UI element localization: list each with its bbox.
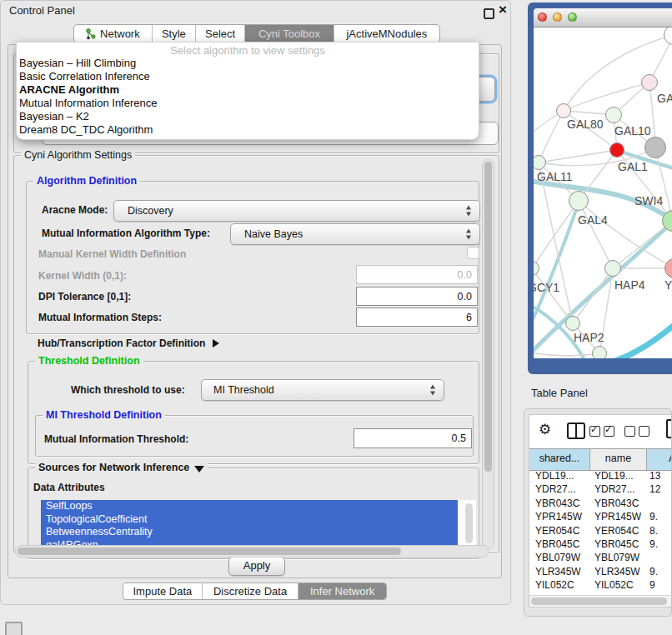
attribute-item[interactable]: BetweennessCentrality [41,526,458,539]
mi-steps-field[interactable]: 6 [356,308,478,327]
tab-network[interactable]: Network [74,25,152,42]
table-horizontal-scrollbar[interactable] [529,595,672,607]
minimize-window-icon[interactable] [553,12,562,22]
table-row[interactable]: YDR27...YDR27...12 [529,482,672,496]
split-columns-icon[interactable] [567,422,585,439]
close-window-icon[interactable] [538,12,547,22]
scrollbar-thumb[interactable] [465,503,473,543]
network-node[interactable] [592,346,607,358]
network-view-window[interactable]: GALGAL80GAL10GAL1GAL11GAL4SWI4HAP4YGCY1H… [528,2,672,374]
aracne-mode-combo[interactable]: Discovery [113,200,480,222]
algorithm-option[interactable]: Dream8 DC_TDC Algorithm [19,123,476,137]
table-row[interactable]: YBR043CYBR043C [529,497,672,510]
node-table: ⚙ shared...nameA YDL19...YDL19...13YDR27… [529,414,672,608]
column-header[interactable]: name [590,449,647,470]
table-row[interactable]: YDL19...YDL19...13 [529,469,672,482]
mi-threshold-field[interactable]: 0.5 [354,428,472,448]
node-gal4[interactable] [569,191,589,211]
tab-discretize-data[interactable]: Discretize Data [202,583,298,599]
apply-button[interactable]: Apply [228,557,285,576]
algorithm-option[interactable]: Bayesian – K2 [19,110,476,123]
tab-select[interactable]: Select [195,25,244,42]
gear-icon[interactable]: ⚙ [539,421,551,438]
close-icon[interactable]: × [499,2,507,18]
minimized-panel-icon[interactable] [5,622,23,635]
node-gal1[interactable] [609,142,624,158]
combo-value: MI Threshold [213,384,274,396]
kernel-width-field[interactable]: 0.0 [356,265,478,284]
tab-impute-data[interactable]: Impute Data [123,583,202,599]
network-edge[interactable] [579,201,613,268]
algorithm-option[interactable]: Basic Correlation Inference [19,70,476,83]
page-icon[interactable] [666,419,672,438]
tab-style[interactable]: Style [152,25,195,42]
hub-definition-expander[interactable]: Hub/Transcription Factor Definition [38,338,219,349]
algorithm-definition-group: Algorithm Definition Aracne Mode: Discov… [26,181,479,334]
column-header[interactable]: shared... [529,449,590,470]
network-edge[interactable] [534,352,599,356]
scrollbar-thumb[interactable] [18,548,401,555]
algorithm-option[interactable]: Bayesian – Hill Climbing [19,57,476,70]
table-row[interactable]: YLR345WYLR345W9. [529,565,672,578]
table-row[interactable]: YIL052CYIL052C9 [529,578,672,592]
scrollbar-thumb[interactable] [484,162,492,472]
table-cell: YBL079W [529,551,590,564]
settings-horizontal-scrollbar[interactable] [15,545,489,558]
mi-type-combo[interactable]: Naive Bayes [230,223,480,245]
table-cell: YLR345W [590,565,647,578]
data-attributes-list[interactable]: SelfLoopsTopologicalCoefficientBetweenne… [41,500,476,552]
unchecked-box-icon[interactable] [639,426,649,437]
network-edge[interactable] [564,82,649,111]
table-row[interactable]: YER054CYER054C8. [529,524,672,538]
dpi-tolerance-field[interactable]: 0.0 [356,287,478,306]
network-edge[interactable] [610,315,672,358]
node-gal10[interactable] [605,107,622,123]
network-canvas[interactable]: GALGAL80GAL10GAL1GAL11GAL4SWI4HAP4YGCY1H… [534,28,672,358]
table-row[interactable]: YBL079WYBL079W [529,551,672,564]
mi-steps-label: Mutual Information Steps: [38,312,162,323]
node-gal80[interactable] [556,103,571,118]
algorithm-option[interactable]: Mutual Information Inference [19,97,476,110]
node-hap4[interactable] [604,260,621,277]
network-edge[interactable] [564,35,672,111]
network-edge[interactable] [534,201,579,268]
tab-jactivemnodules[interactable]: jActiveMNodules [333,25,439,42]
attribute-item[interactable]: SelfLoops [41,500,458,513]
float-panel-icon[interactable] [484,8,494,19]
node-hap2[interactable] [565,316,580,331]
tab-cyni-toolbox[interactable]: Cyni Toolbox [244,25,333,42]
network-node[interactable] [644,137,666,158]
table-row[interactable]: YBR045CYBR045C9. [529,538,672,551]
collapse-arrow-icon[interactable] [194,466,204,472]
node-gal[interactable] [641,74,658,91]
expander-arrow-icon[interactable] [213,339,219,348]
which-threshold-combo[interactable]: MI Threshold [201,379,444,401]
checked-box-icon[interactable] [604,426,614,437]
network-edge[interactable] [573,268,613,323]
threshold-definition-group: Threshold Definition Which threshold to … [28,361,479,464]
table-cell: YBR043C [529,497,590,510]
tab-infer-network[interactable]: Infer Network [298,583,386,599]
table-cell: 9. [647,538,672,551]
settings-vertical-scrollbar[interactable] [482,159,494,549]
column-header[interactable]: A [647,449,672,470]
table-row[interactable]: YPR145WYPR145W9. [529,510,672,523]
tab-label: Style [162,28,186,40]
which-threshold-label: Which threshold to use: [71,384,185,396]
zoom-window-icon[interactable] [568,12,577,22]
scrollbar-thumb[interactable] [531,598,667,605]
table-cell: YER054C [590,524,647,538]
attribute-item[interactable]: TopologicalCoefficient [41,513,458,527]
checked-box-icon[interactable] [589,426,600,437]
table-cell: YDL19... [529,469,590,482]
control-panel-tabs: Network Style Select Cyni Toolbox jActiv… [73,24,440,43]
tab-label: Impute Data [133,585,192,598]
network-window-titlebar[interactable] [534,8,672,28]
sources-expander[interactable]: Sources for Network Inference [35,462,208,473]
aracne-mode-label: Aracne Mode: [42,204,108,216]
algorithm-option[interactable]: ARACNE Algorithm [19,83,476,97]
network-edge[interactable] [539,150,617,162]
list-scrollbar[interactable] [464,502,474,550]
unchecked-box-icon[interactable] [624,426,635,437]
manual-kernel-checkbox[interactable] [467,247,479,259]
